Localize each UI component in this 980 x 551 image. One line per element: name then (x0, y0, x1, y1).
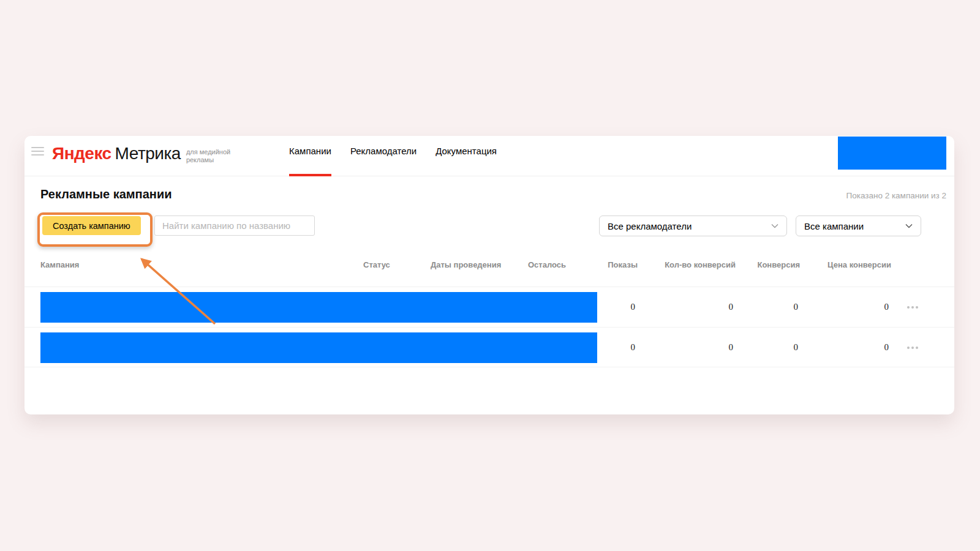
advertisers-filter-value: Все рекламодатели (608, 221, 692, 231)
logo-brand: Яндекс (52, 144, 111, 163)
account-area-redacted[interactable] (838, 137, 946, 170)
create-campaign-button[interactable]: Создать кампанию (42, 216, 141, 235)
col-header-conversion-rate: Конверсия (739, 260, 800, 269)
chevron-down-icon (905, 223, 913, 228)
ellipsis-icon (907, 306, 910, 309)
menu-button[interactable] (31, 147, 44, 158)
cell-conversion-rate: 0 (737, 328, 798, 368)
cell-shows: 0 (574, 287, 635, 328)
hamburger-icon (31, 151, 44, 152)
col-header-conversions-count: Кол-во конверсий (644, 260, 736, 269)
nav-tab-advertisers[interactable]: Рекламодатели (350, 136, 417, 176)
search-campaign-input[interactable] (154, 216, 315, 236)
hamburger-icon (31, 154, 44, 156)
results-summary: Показано 2 кампании из 2 (846, 191, 946, 200)
cell-conversion-rate: 0 (737, 287, 798, 328)
chevron-down-icon (771, 223, 778, 228)
advertisers-filter-dropdown[interactable]: Все рекламодатели (599, 216, 787, 236)
cell-conversions-count: 0 (641, 328, 733, 368)
main-panel: Яндекс Метрика для медийной рекламы Камп… (24, 136, 954, 414)
col-header-status: Статус (363, 260, 390, 269)
row-actions-button[interactable] (897, 328, 928, 368)
col-header-conversion-price: Цена конверсии (799, 260, 891, 269)
ellipsis-icon (916, 306, 918, 309)
table-row: 0 0 0 0 (24, 327, 954, 367)
campaigns-filter-dropdown[interactable]: Все кампании (796, 216, 921, 236)
cell-conversions-count: 0 (641, 287, 733, 328)
logo-tagline: для медийной рекламы (186, 148, 240, 163)
yandex-metrika-logo: Яндекс Метрика для медийной рекламы (52, 144, 240, 163)
app-header: Яндекс Метрика для медийной рекламы Камп… (24, 136, 954, 176)
cell-conversion-price: 0 (797, 328, 889, 368)
ellipsis-icon (907, 347, 910, 349)
ellipsis-icon (911, 347, 914, 349)
ellipsis-icon (916, 347, 918, 349)
cell-conversion-price: 0 (797, 287, 889, 328)
page: Яндекс Метрика для медийной рекламы Камп… (0, 0, 980, 551)
nav-tab-documentation[interactable]: Документация (435, 136, 497, 176)
page-title: Рекламные кампании (40, 187, 172, 201)
logo-product: Метрика (115, 144, 181, 163)
nav-tab-campaigns[interactable]: Кампании (289, 136, 331, 176)
campaigns-filter-value: Все кампании (804, 221, 864, 231)
col-header-remaining: Осталось (528, 260, 566, 269)
campaign-name-redacted[interactable] (40, 292, 597, 323)
table-row: 0 0 0 0 (24, 287, 954, 327)
col-header-dates: Даты проведения (431, 260, 501, 269)
ellipsis-icon (911, 306, 914, 309)
row-actions-button[interactable] (897, 287, 928, 328)
campaign-name-redacted[interactable] (40, 332, 597, 363)
main-nav: Кампании Рекламодатели Документация (289, 136, 497, 176)
hamburger-icon (31, 147, 44, 148)
col-header-shows: Показы (576, 260, 638, 269)
cell-shows: 0 (574, 328, 635, 368)
col-header-campaign: Кампания (40, 260, 79, 269)
